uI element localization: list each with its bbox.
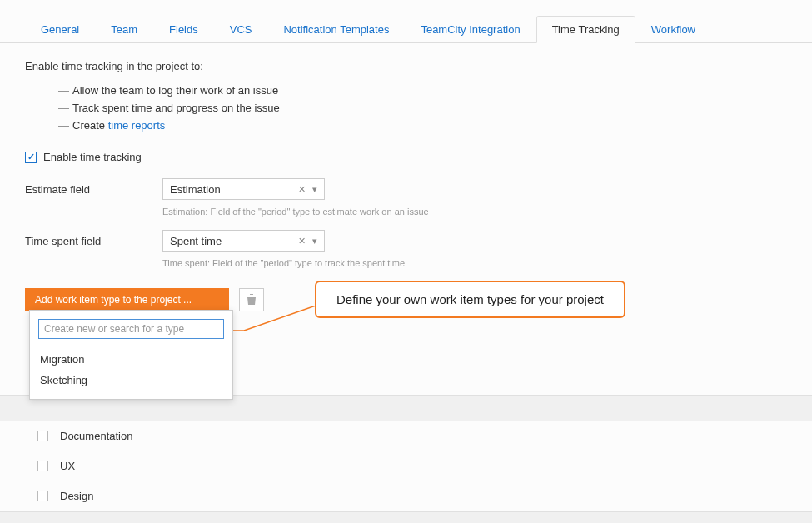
row-checkbox[interactable] bbox=[37, 461, 48, 471]
clear-icon[interactable]: ✕ bbox=[298, 236, 306, 247]
chevron-down-icon[interactable]: ▾ bbox=[312, 236, 317, 247]
bullet-item: —Track spent time and progress on the is… bbox=[58, 100, 787, 117]
bullet-list: —Allow the team to log their work of an … bbox=[58, 82, 787, 134]
list-item-label: Design bbox=[60, 490, 93, 502]
callout-connector bbox=[227, 306, 319, 339]
timespent-field-label: Time spent field bbox=[25, 235, 162, 247]
estimate-field-select[interactable]: Estimation ✕ ▾ bbox=[162, 178, 325, 200]
tab-vcs[interactable]: VCS bbox=[214, 16, 268, 43]
add-work-item-type-button[interactable]: Add work item type to the project ... bbox=[25, 288, 229, 311]
time-reports-link[interactable]: time reports bbox=[108, 119, 166, 132]
content-area: Enable time tracking in the project to: … bbox=[0, 43, 812, 311]
tab-notification-templates[interactable]: Notification Templates bbox=[267, 16, 405, 43]
callout-tooltip: Define your own work item types for your… bbox=[315, 281, 625, 318]
tab-workflow[interactable]: Workflow bbox=[635, 16, 711, 43]
row-checkbox[interactable] bbox=[37, 491, 48, 501]
bullet-item: —Allow the team to log their work of an … bbox=[58, 82, 787, 100]
estimate-field-label: Estimate field bbox=[25, 183, 162, 196]
list-item[interactable]: Documentation bbox=[0, 421, 812, 451]
work-item-list: Documentation UX Design bbox=[0, 395, 812, 523]
tab-general[interactable]: General bbox=[25, 16, 95, 43]
clear-icon[interactable]: ✕ bbox=[298, 184, 306, 195]
intro-text: Enable time tracking in the project to: bbox=[25, 60, 787, 72]
work-item-type-dropdown: Migration Sketching bbox=[29, 310, 233, 400]
tab-fields[interactable]: Fields bbox=[153, 16, 214, 43]
tab-team[interactable]: Team bbox=[95, 16, 153, 43]
chevron-down-icon[interactable]: ▾ bbox=[312, 184, 317, 195]
tab-time-tracking[interactable]: Time Tracking bbox=[536, 16, 635, 43]
list-item-label: UX bbox=[60, 460, 75, 472]
list-item[interactable]: UX bbox=[0, 451, 812, 481]
enable-time-tracking-checkbox[interactable] bbox=[25, 152, 37, 163]
bullet-item: —Create time reports bbox=[58, 117, 787, 135]
estimate-field-hint: Estimation: Field of the "period" type t… bbox=[162, 207, 787, 217]
enable-time-tracking-label: Enable time tracking bbox=[43, 151, 142, 163]
timespent-field-hint: Time spent: Field of the "period" type t… bbox=[162, 258, 787, 268]
timespent-field-select[interactable]: Spent time ✕ ▾ bbox=[162, 230, 325, 252]
dropdown-item-migration[interactable]: Migration bbox=[38, 349, 224, 370]
trash-icon bbox=[247, 294, 257, 306]
work-item-type-search-input[interactable] bbox=[38, 319, 224, 339]
list-footer-row bbox=[0, 511, 812, 523]
dropdown-item-sketching[interactable]: Sketching bbox=[38, 370, 224, 391]
tab-teamcity-integration[interactable]: TeamCity Integration bbox=[405, 16, 536, 43]
row-checkbox[interactable] bbox=[37, 431, 48, 441]
list-item[interactable]: Design bbox=[0, 481, 812, 511]
list-item-label: Documentation bbox=[60, 430, 132, 442]
tabs-bar: General Team Fields VCS Notification Tem… bbox=[0, 0, 812, 43]
